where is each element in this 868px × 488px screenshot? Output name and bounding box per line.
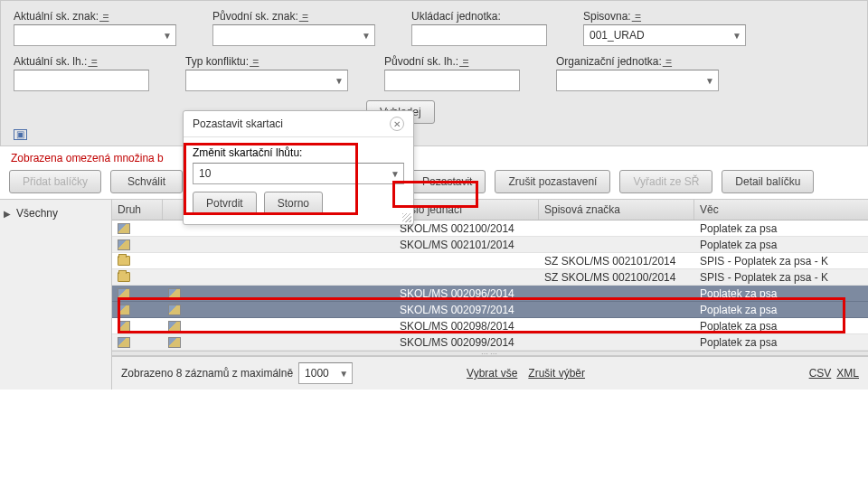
filter-label: Organizační jednotka: = [556, 55, 719, 68]
chevron-down-icon: ▼ [732, 31, 741, 41]
chevron-right-icon: ▶ [4, 209, 11, 219]
remove-from-sr-button: Vyřadit ze SŘ [619, 170, 712, 193]
filter-group: Organizační jednotka: =▼ [556, 55, 719, 91]
export-csv-link[interactable]: CSV [809, 367, 832, 380]
filter-group: Aktuální sk. znak: =▼ [14, 10, 176, 46]
cancel-button[interactable]: Storno [264, 192, 323, 215]
filter-group: Původní sk. lh.: = [384, 55, 520, 91]
table-row[interactable]: SKOL/MS 002101/2014Poplatek za psa [112, 237, 868, 253]
cell-sz: SZ SKOL/MS 002100/2014 [539, 271, 694, 284]
cell-sz: SZ SKOL/MS 002101/2014 [539, 255, 694, 267]
cell-cj: SKOL/MS 002097/2014 [394, 304, 539, 316]
cell-cj: SKOL/MS 002099/2014 [394, 336, 539, 349]
filter-input[interactable] [14, 70, 149, 91]
retention-period-select[interactable]: 10 ▼ [193, 163, 404, 184]
cell-cj: SKOL/MS 002100/2014 [394, 222, 539, 235]
cell-vec: SPIS - Poplatek za psa - K [694, 271, 868, 284]
document-icon [168, 337, 181, 348]
col-header-druh[interactable]: Druh [112, 200, 163, 220]
filter-label: Aktuální sk. znak: = [14, 10, 176, 23]
close-icon[interactable]: ✕ [390, 117, 404, 131]
filter-select[interactable]: ▼ [185, 70, 348, 91]
filter-label: Původní sk. znak: = [212, 10, 375, 23]
filter-group: Původní sk. znak: =▼ [212, 10, 375, 46]
add-packages-button: Přidat balíčky [9, 170, 101, 193]
cell-vec: SPIS - Poplatek za psa - K [694, 255, 868, 267]
sidebar-item-all[interactable]: ▶ Všechny [4, 207, 108, 220]
filter-panel: Aktuální sk. znak: =▼Původní sk. znak: =… [0, 0, 868, 146]
cell-vec: Poplatek za psa [694, 287, 868, 300]
modal-field-label: Změnit skartační lhůtu: [193, 146, 404, 159]
folder-icon [118, 256, 130, 266]
table-row[interactable]: SKOL/MS 002096/2014Poplatek za psa [112, 286, 868, 302]
grid: Druh Číslo jednací Spisová značka Věc SK… [112, 200, 868, 389]
cell-vec: Poplatek za psa [694, 336, 868, 349]
filter-label: Aktuální sk. lh.: = [14, 55, 149, 68]
filter-label: Ukládací jednotka: [411, 10, 547, 23]
export-xml-link[interactable]: XML [836, 367, 859, 380]
sidebar: ▶ Všechny [0, 200, 112, 389]
table-row[interactable]: SKOL/MS 002098/2014Poplatek za psa [112, 318, 868, 334]
max-records-select[interactable]: 1000 ▼ [298, 362, 353, 384]
chevron-down-icon: ▼ [362, 31, 371, 41]
toolbar: Přidat balíčky Schválit Pozastavit Zruši… [9, 170, 868, 193]
chevron-down-icon: ▼ [335, 76, 344, 86]
cell-vec: Poplatek za psa [694, 304, 868, 316]
document-icon [118, 305, 130, 315]
suspend-modal: Pozastavit skartaci ✕ Změnit skartační l… [183, 110, 414, 225]
document-icon [168, 305, 181, 315]
document-icon [118, 321, 130, 332]
filter-select[interactable]: ▼ [212, 24, 375, 46]
document-icon [118, 239, 130, 250]
col-header-vec[interactable]: Věc [694, 200, 868, 220]
content-area: ▶ Všechny Druh Číslo jednací Spisová zna… [0, 199, 868, 389]
chevron-down-icon: ▼ [705, 76, 714, 86]
record-count-text: Zobrazeno 8 záznamů z maximálně [121, 367, 293, 380]
filter-group: Spisovna: =001_URAD▼ [583, 10, 746, 46]
sidebar-item-label: Všechny [16, 207, 58, 220]
filter-group: Ukládací jednotka: [411, 10, 547, 46]
folder-icon [118, 272, 130, 282]
document-icon [168, 321, 181, 332]
filter-input[interactable] [411, 24, 547, 46]
cancel-suspension-button[interactable]: Zrušit pozastavení [495, 170, 610, 193]
table-row[interactable]: SKOL/MS 002097/2014Poplatek za psa [112, 302, 868, 318]
filter-input[interactable] [384, 70, 520, 91]
document-icon [118, 223, 130, 234]
collapse-icon[interactable]: ▣ [14, 129, 27, 140]
filter-select[interactable]: 001_URAD▼ [583, 24, 746, 46]
cell-cj: SKOL/MS 002096/2014 [394, 287, 539, 300]
col-header-sz[interactable]: Spisová značka [539, 200, 694, 220]
document-icon [168, 288, 181, 299]
select-all-link[interactable]: Vybrat vše [467, 367, 517, 380]
approve-button[interactable]: Schválit [110, 170, 183, 193]
filter-label: Spisovna: = [583, 10, 746, 23]
cell-cj: SKOL/MS 002101/2014 [394, 239, 539, 251]
document-icon [118, 337, 130, 348]
col-header-cj[interactable]: Číslo jednací [394, 200, 539, 220]
chevron-down-icon: ▼ [339, 369, 348, 379]
filter-group: Aktuální sk. lh.: = [14, 55, 149, 91]
cell-vec: Poplatek za psa [694, 239, 868, 251]
document-icon [118, 288, 130, 299]
grid-footer: Zobrazeno 8 záznamů z maximálně 1000 ▼ V… [112, 356, 868, 389]
chevron-down-icon: ▼ [163, 31, 172, 41]
filter-label: Původní sk. lh.: = [384, 55, 520, 68]
deselect-all-link[interactable]: Zrušit výběr [528, 367, 585, 380]
package-detail-button[interactable]: Detail balíčku [722, 170, 814, 193]
cell-cj: SKOL/MS 002098/2014 [394, 320, 539, 333]
suspend-button[interactable]: Pozastavit [409, 170, 486, 193]
cell-vec: Poplatek za psa [694, 222, 868, 235]
filter-select[interactable]: ▼ [556, 70, 719, 91]
cell-vec: Poplatek za psa [694, 320, 868, 333]
chevron-down-icon: ▼ [391, 169, 400, 179]
resize-grip-icon[interactable] [402, 213, 411, 222]
table-row[interactable]: SZ SKOL/MS 002100/2014SPIS - Poplatek za… [112, 269, 868, 286]
confirm-button[interactable]: Potvrdit [193, 192, 257, 215]
filter-select[interactable]: ▼ [14, 24, 176, 46]
table-row[interactable]: SKOL/MS 002099/2014Poplatek za psa [112, 334, 868, 351]
filter-label: Typ konfliktu: = [185, 55, 348, 68]
filter-group: Typ konfliktu: =▼ [185, 55, 348, 91]
limited-set-warning: Zobrazena omezená množina b [11, 152, 868, 164]
table-row[interactable]: SZ SKOL/MS 002101/2014SPIS - Poplatek za… [112, 253, 868, 269]
